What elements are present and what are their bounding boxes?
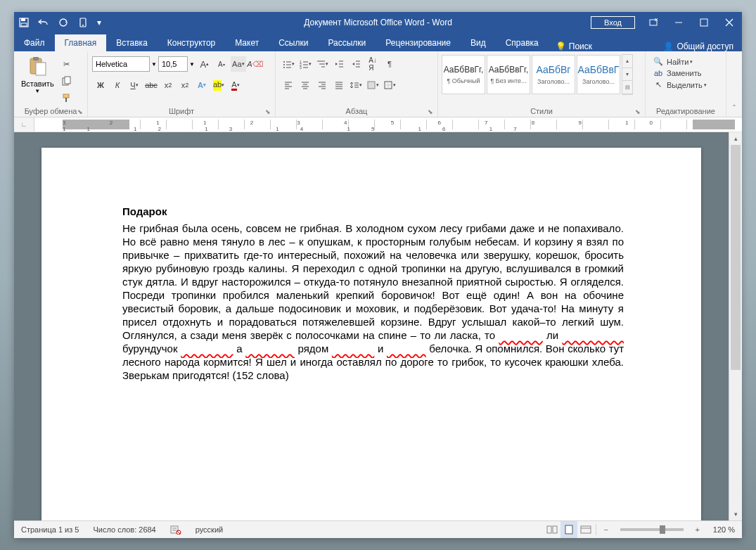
style-heading2[interactable]: АаБбВвГЗаголово... bbox=[577, 55, 620, 94]
sort-button[interactable]: A↓Я bbox=[365, 56, 380, 72]
tab-layout[interactable]: Макет bbox=[225, 34, 269, 51]
line-spacing-button[interactable]: ▾ bbox=[348, 77, 364, 93]
change-case-button[interactable]: Aa▾ bbox=[231, 56, 246, 72]
paragraph-launcher[interactable]: ⬊ bbox=[428, 108, 433, 115]
scroll-thumb[interactable] bbox=[731, 145, 741, 370]
font-color-button[interactable]: A▾ bbox=[228, 77, 243, 93]
ruler-horizontal[interactable]: ∟ 3 2 1 1 2 3 4 5 6 7 8 9 10 11 12 13 14… bbox=[14, 117, 742, 132]
collapse-ribbon-button[interactable]: ˆ bbox=[733, 104, 736, 114]
font-launcher[interactable]: ⬊ bbox=[265, 108, 271, 115]
shading-button[interactable]: ▾ bbox=[365, 77, 380, 93]
style-normal[interactable]: АаБбВвГг,¶ Обычный bbox=[442, 55, 485, 94]
tab-help[interactable]: Справка bbox=[496, 34, 549, 51]
style-sample: АаБбВг bbox=[537, 64, 571, 75]
spellcheck-button[interactable] bbox=[163, 525, 188, 535]
scroll-up-button[interactable]: ▴ bbox=[729, 132, 742, 145]
styles-gallery-scroll[interactable]: ▴▾⊟ bbox=[622, 54, 633, 95]
zoom-slider[interactable] bbox=[620, 528, 684, 531]
grow-font-button[interactable]: A▴ bbox=[197, 56, 212, 72]
scroll-down-button[interactable]: ▾ bbox=[729, 508, 742, 520]
highlight-button[interactable]: ab▾ bbox=[211, 77, 226, 93]
tell-me-search[interactable]: 💡Поиск bbox=[549, 41, 599, 51]
strike-button[interactable]: abc bbox=[143, 77, 159, 93]
minimize-button[interactable] bbox=[666, 12, 691, 33]
style-no-spacing[interactable]: АаБбВвГг,¶ Без инте... bbox=[487, 55, 530, 94]
print-layout-button[interactable] bbox=[560, 521, 577, 538]
page-indicator[interactable]: Страница 1 из 5 bbox=[14, 525, 86, 534]
vertical-scrollbar[interactable]: ▴ ▾ bbox=[729, 132, 742, 520]
blank-1 bbox=[499, 329, 543, 341]
align-left-button[interactable] bbox=[281, 77, 296, 93]
styles-launcher[interactable]: ⬊ bbox=[635, 108, 641, 115]
tab-insert[interactable]: Вставка bbox=[106, 34, 158, 51]
borders-button[interactable]: ▾ bbox=[382, 77, 397, 93]
paste-button[interactable]: Вставить ▼ bbox=[17, 53, 58, 97]
select-button[interactable]: ↖Выделить ▾ bbox=[648, 79, 711, 91]
style-name: ¶ Без инте... bbox=[489, 77, 528, 84]
font-size-input[interactable] bbox=[158, 56, 188, 72]
align-right-button[interactable] bbox=[314, 77, 330, 93]
svg-point-18 bbox=[283, 61, 285, 63]
find-button[interactable]: 🔍Найти ▾ bbox=[648, 56, 711, 68]
pilcrow-button[interactable]: ¶ bbox=[382, 56, 397, 72]
zoom-thumb[interactable] bbox=[660, 525, 665, 534]
format-painter-button[interactable] bbox=[59, 90, 75, 105]
clear-format-button[interactable]: A⌫ bbox=[248, 56, 263, 72]
tab-design[interactable]: Конструктор bbox=[158, 34, 225, 51]
svg-rect-8 bbox=[700, 19, 707, 26]
multilevel-button[interactable]: ▾ bbox=[314, 56, 330, 72]
qat-customize-button[interactable]: ▾ bbox=[93, 12, 105, 33]
redo-button[interactable] bbox=[53, 12, 73, 33]
numbering-button[interactable]: 123▾ bbox=[297, 56, 313, 72]
tab-review[interactable]: Рецензирование bbox=[376, 34, 461, 51]
copy-button[interactable] bbox=[59, 73, 75, 89]
undo-button[interactable] bbox=[34, 12, 53, 33]
bullets-button[interactable]: ▾ bbox=[281, 56, 296, 72]
share-button[interactable]: 👤Общий доступ bbox=[655, 41, 742, 51]
superscript-button[interactable]: x2 bbox=[177, 77, 193, 93]
web-layout-button[interactable] bbox=[577, 521, 594, 538]
page[interactable]: Подарок Не грибная была осень, совсем не… bbox=[41, 148, 701, 520]
clipboard-launcher[interactable]: ⬊ bbox=[77, 108, 83, 115]
underline-button[interactable]: Ч▾ bbox=[127, 77, 142, 93]
shrink-font-button[interactable]: A▾ bbox=[214, 56, 229, 72]
zoom-in-button[interactable]: + bbox=[689, 521, 706, 538]
style-name: ¶ Обычный bbox=[444, 77, 483, 84]
justify-button[interactable] bbox=[331, 77, 347, 93]
titlebar: ▾ Документ Microsoft Office Word - Word … bbox=[14, 12, 742, 33]
font-name-input[interactable] bbox=[92, 56, 150, 72]
save-button[interactable] bbox=[14, 12, 34, 33]
zoom-out-button[interactable]: − bbox=[598, 521, 615, 538]
tab-selector[interactable]: ∟ bbox=[14, 117, 34, 132]
touch-mode-button[interactable] bbox=[73, 12, 93, 33]
tab-file[interactable]: Файл bbox=[14, 34, 55, 51]
maximize-button[interactable] bbox=[691, 12, 717, 33]
ribbon: Вставить ▼ ✂ Буфер обмена⬊ ▼ ▼ A▴ bbox=[14, 51, 742, 117]
align-center-button[interactable] bbox=[297, 77, 313, 93]
subscript-button[interactable]: x2 bbox=[160, 77, 176, 93]
tab-references[interactable]: Ссылки bbox=[269, 34, 318, 51]
zoom-level[interactable]: 120 % bbox=[706, 525, 742, 534]
styles-gallery: АаБбВвГг,¶ Обычный АаБбВвГг,¶ Без инте..… bbox=[441, 53, 634, 96]
doc-body: Не грибная была осень, совсем не грибная… bbox=[122, 222, 624, 382]
inc-indent-button[interactable] bbox=[348, 56, 364, 72]
svg-rect-58 bbox=[368, 82, 375, 89]
document-scroll[interactable]: Подарок Не грибная была осень, совсем не… bbox=[14, 132, 729, 520]
text-effects-button[interactable]: A▾ bbox=[194, 77, 210, 93]
signin-button[interactable]: Вход bbox=[591, 16, 635, 29]
read-mode-button[interactable] bbox=[544, 521, 560, 538]
tab-mailings[interactable]: Рассылки bbox=[318, 34, 376, 51]
style-heading1[interactable]: АаБбВгЗаголово... bbox=[532, 55, 575, 94]
language-button[interactable]: русский bbox=[188, 525, 230, 534]
bold-button[interactable]: Ж bbox=[93, 77, 108, 93]
close-button[interactable] bbox=[717, 12, 742, 33]
replace-button[interactable]: abЗаменить bbox=[648, 68, 711, 79]
tab-view[interactable]: Вид bbox=[461, 34, 496, 51]
style-sample: АаБбВвГг, bbox=[444, 65, 484, 75]
ribbon-options-button[interactable] bbox=[641, 12, 666, 33]
italic-button[interactable]: К bbox=[110, 77, 125, 93]
cut-button[interactable]: ✂ bbox=[59, 56, 75, 72]
tab-home[interactable]: Главная bbox=[55, 34, 107, 51]
dec-indent-button[interactable] bbox=[331, 56, 347, 72]
word-count[interactable]: Число слов: 2684 bbox=[86, 525, 162, 534]
